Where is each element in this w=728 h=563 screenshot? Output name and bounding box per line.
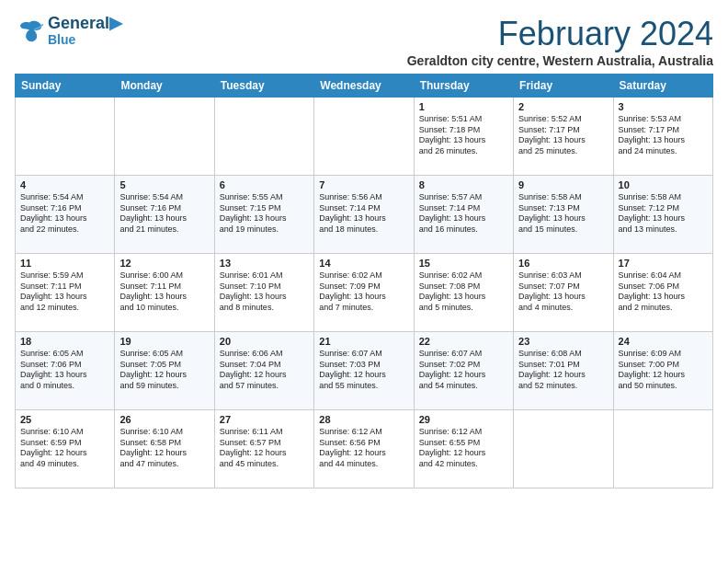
day-info: Sunset: 7:06 PM: [619, 282, 708, 293]
day-info: Sunrise: 6:12 AM: [419, 427, 508, 438]
calendar-cell: 20Sunrise: 6:06 AMSunset: 7:04 PMDayligh…: [214, 332, 313, 410]
calendar-week-row: 1Sunrise: 5:51 AMSunset: 7:18 PMDaylight…: [16, 98, 713, 176]
calendar-cell: 5Sunrise: 5:54 AMSunset: 7:16 PMDaylight…: [115, 176, 214, 254]
day-info: Sunrise: 5:51 AM: [419, 114, 508, 125]
day-number: 19: [119, 336, 209, 347]
day-info: Sunset: 6:58 PM: [119, 438, 209, 449]
day-number: 21: [319, 336, 408, 347]
calendar-week-row: 11Sunrise: 5:59 AMSunset: 7:11 PMDayligh…: [16, 254, 713, 332]
day-info: Daylight: 13 hours: [20, 213, 109, 224]
day-info: Sunset: 7:12 PM: [619, 203, 708, 214]
day-info: Daylight: 13 hours: [220, 213, 309, 224]
day-number: 8: [419, 179, 508, 190]
day-number: 28: [319, 414, 408, 425]
day-info: and 13 minutes.: [619, 224, 708, 236]
day-info: Sunset: 7:17 PM: [518, 125, 608, 136]
calendar-cell: 17Sunrise: 6:04 AMSunset: 7:06 PMDayligh…: [613, 254, 712, 332]
calendar-cell: [16, 98, 115, 176]
day-info: and 49 minutes.: [20, 459, 109, 470]
day-info: Daylight: 12 hours: [419, 370, 508, 381]
day-info: Sunset: 7:09 PM: [319, 282, 408, 293]
day-number: 2: [518, 101, 608, 112]
day-info: Sunset: 6:56 PM: [319, 438, 408, 449]
day-number: 23: [518, 336, 608, 347]
logo-text: General▶ Blue: [48, 15, 122, 47]
day-info: Sunrise: 6:08 AM: [518, 349, 608, 360]
day-number: 25: [20, 414, 109, 425]
day-info: and 15 minutes.: [518, 224, 608, 236]
day-info: Sunrise: 6:05 AM: [119, 349, 209, 360]
day-info: Daylight: 12 hours: [518, 370, 608, 381]
day-info: and 26 minutes.: [419, 146, 508, 157]
day-info: and 59 minutes.: [119, 381, 209, 392]
day-number: 13: [220, 258, 309, 269]
day-info: and 4 minutes.: [518, 303, 608, 314]
day-info: Sunrise: 5:58 AM: [619, 192, 708, 203]
calendar-day-header: Tuesday: [214, 75, 313, 98]
day-info: Sunset: 7:17 PM: [619, 125, 708, 136]
day-number: 14: [319, 258, 408, 269]
day-info: and 0 minutes.: [20, 381, 109, 392]
day-info: Sunrise: 5:56 AM: [319, 192, 408, 203]
day-number: 11: [20, 258, 109, 269]
calendar-cell: [115, 98, 214, 176]
day-info: Daylight: 13 hours: [119, 213, 209, 224]
day-info: and 18 minutes.: [319, 224, 408, 236]
day-info: Sunset: 7:14 PM: [319, 203, 408, 214]
day-info: and 10 minutes.: [119, 303, 209, 314]
day-info: Sunrise: 5:53 AM: [619, 114, 708, 125]
day-info: Sunset: 7:10 PM: [220, 282, 309, 293]
day-info: Sunrise: 6:00 AM: [119, 270, 209, 282]
day-number: 18: [20, 336, 109, 347]
calendar-cell: 25Sunrise: 6:10 AMSunset: 6:59 PMDayligh…: [16, 410, 115, 488]
day-info: Sunset: 7:03 PM: [319, 360, 408, 371]
day-number: 22: [419, 336, 508, 347]
day-info: Daylight: 12 hours: [119, 448, 209, 459]
day-info: and 7 minutes.: [319, 303, 408, 314]
day-info: Sunset: 7:11 PM: [20, 282, 109, 293]
calendar-week-row: 25Sunrise: 6:10 AMSunset: 6:59 PMDayligh…: [16, 410, 713, 488]
day-number: 3: [619, 101, 708, 112]
day-info: Daylight: 12 hours: [319, 448, 408, 459]
calendar-cell: 3Sunrise: 5:53 AMSunset: 7:17 PMDaylight…: [613, 98, 712, 176]
day-number: 16: [518, 258, 608, 269]
calendar-day-header: Monday: [115, 75, 214, 98]
day-number: 7: [319, 179, 408, 190]
calendar-cell: 7Sunrise: 5:56 AMSunset: 7:14 PMDaylight…: [314, 176, 414, 254]
calendar-cell: 24Sunrise: 6:09 AMSunset: 7:00 PMDayligh…: [613, 332, 712, 410]
day-number: 12: [119, 258, 209, 269]
day-info: Daylight: 13 hours: [619, 292, 708, 303]
day-info: Daylight: 13 hours: [20, 292, 109, 303]
day-info: Daylight: 12 hours: [419, 448, 508, 459]
day-info: Daylight: 12 hours: [319, 370, 408, 381]
day-info: and 57 minutes.: [220, 381, 309, 392]
day-info: and 47 minutes.: [119, 459, 209, 470]
calendar-day-header: Wednesday: [314, 75, 414, 98]
day-info: Sunrise: 5:54 AM: [20, 192, 109, 203]
day-info: Sunset: 7:16 PM: [119, 203, 209, 214]
day-info: Daylight: 13 hours: [518, 213, 608, 224]
calendar-cell: 10Sunrise: 5:58 AMSunset: 7:12 PMDayligh…: [613, 176, 712, 254]
day-info: Daylight: 12 hours: [619, 370, 708, 381]
day-info: and 5 minutes.: [419, 303, 508, 314]
day-number: 27: [220, 414, 309, 425]
calendar-day-header: Sunday: [16, 75, 115, 98]
day-info: Daylight: 13 hours: [419, 213, 508, 224]
day-info: Sunset: 7:05 PM: [119, 360, 209, 371]
day-info: Sunset: 7:04 PM: [220, 360, 309, 371]
subtitle: Geraldton city centre, Western Australia…: [407, 53, 713, 68]
day-info: Sunrise: 5:52 AM: [518, 114, 608, 125]
day-info: Sunset: 7:18 PM: [419, 125, 508, 136]
day-info: Sunrise: 6:02 AM: [419, 270, 508, 282]
day-info: and 45 minutes.: [220, 459, 309, 470]
day-info: Daylight: 13 hours: [619, 213, 708, 224]
day-info: Sunset: 7:16 PM: [20, 203, 109, 214]
calendar-cell: 6Sunrise: 5:55 AMSunset: 7:15 PMDaylight…: [214, 176, 313, 254]
calendar-cell: 2Sunrise: 5:52 AMSunset: 7:17 PMDaylight…: [514, 98, 613, 176]
day-info: Sunset: 7:11 PM: [119, 282, 209, 293]
day-info: Sunrise: 6:12 AM: [319, 427, 408, 438]
calendar-header-row: SundayMondayTuesdayWednesdayThursdayFrid…: [16, 75, 713, 98]
logo-icon: [15, 17, 44, 46]
day-info: Sunset: 6:55 PM: [419, 438, 508, 449]
day-info: Sunrise: 6:07 AM: [419, 349, 508, 360]
